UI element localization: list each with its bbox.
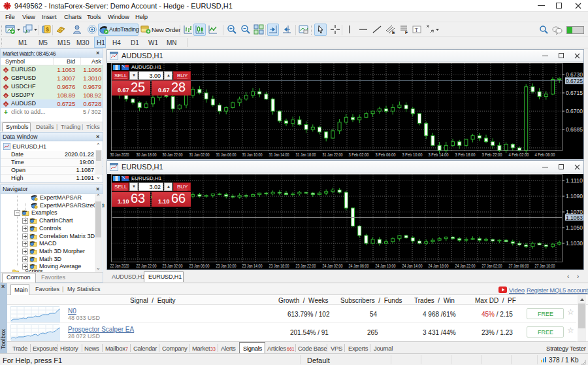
svg-text:30 Jan 18:00: 30 Jan 18:00 [137, 152, 157, 158]
svg-text:3 Feb 02:00: 3 Feb 02:00 [349, 152, 369, 158]
svg-text:1.1110: 1.1110 [566, 177, 583, 184]
svg-text:24 Jan 18:00: 24 Jan 18:00 [429, 263, 449, 269]
svg-text:3 Feb 22:00: 3 Feb 22:00 [482, 152, 502, 158]
svg-text:E: E [392, 30, 395, 35]
svg-text:24 Jan 06:00: 24 Jan 06:00 [349, 263, 369, 269]
svg-text:23 Jan 22:00: 23 Jan 22:00 [296, 263, 316, 269]
svg-text:22 Jan 22:00: 22 Jan 22:00 [137, 263, 157, 269]
svg-text:31 Jan 14:00: 31 Jan 14:00 [269, 152, 289, 158]
svg-text:23 Jan 10:00: 23 Jan 10:00 [216, 263, 237, 269]
svg-text:0.6700: 0.6700 [566, 108, 583, 114]
svg-text:0.6715: 0.6715 [566, 90, 583, 96]
svg-text:F: F [405, 30, 408, 35]
svg-text:31 Jan 10:00: 31 Jan 10:00 [242, 152, 263, 158]
svg-text:23 Jan 02:00: 23 Jan 02:00 [163, 263, 183, 269]
svg-text:3 Feb 14:00: 3 Feb 14:00 [429, 152, 449, 158]
svg-text:31 Jan 02:00: 31 Jan 02:00 [189, 152, 210, 158]
svg-text:24 Jan 22:00: 24 Jan 22:00 [455, 263, 476, 269]
svg-text:3 Feb 10:00: 3 Feb 10:00 [402, 152, 423, 158]
svg-text:22 Jan 2020: 22 Jan 2020 [110, 263, 129, 269]
svg-text:30 Jan 22:00: 30 Jan 22:00 [163, 152, 183, 158]
svg-text:23 Jan 14:00: 23 Jan 14:00 [242, 263, 263, 269]
svg-text:4 Feb 06:00: 4 Feb 06:00 [535, 152, 555, 158]
svg-text:0.6730: 0.6730 [566, 71, 583, 78]
svg-text:T: T [415, 27, 418, 33]
svg-text:24 Jan 02:00: 24 Jan 02:00 [323, 263, 343, 269]
svg-text:31 Jan 18:00: 31 Jan 18:00 [296, 152, 316, 158]
svg-text:$: $ [46, 26, 49, 33]
svg-text:27 Jan 06:00: 27 Jan 06:00 [509, 263, 529, 269]
svg-text:24 Jan 14:00: 24 Jan 14:00 [402, 263, 423, 269]
svg-text:4 Feb 02:00: 4 Feb 02:00 [509, 152, 529, 158]
svg-text:0.6685: 0.6685 [566, 126, 583, 133]
svg-text:31 Jan 22:00: 31 Jan 22:00 [323, 152, 343, 158]
svg-text:0.6725: 0.6725 [566, 78, 583, 84]
svg-text:1.1030: 1.1030 [566, 240, 583, 247]
svg-text:23 Jan 06:00: 23 Jan 06:00 [189, 263, 210, 269]
svg-text:3 Feb 18:00: 3 Feb 18:00 [455, 152, 476, 158]
svg-text:3 Feb 06:00: 3 Feb 06:00 [376, 152, 396, 158]
svg-text:1.1050: 1.1050 [566, 224, 583, 231]
svg-text:24 Jan 10:00: 24 Jan 10:00 [376, 263, 396, 269]
svg-text:27 Jan 10:00: 27 Jan 10:00 [535, 263, 555, 269]
svg-text:30 Jan 2020: 30 Jan 2020 [110, 152, 129, 158]
svg-text:23 Jan 18:00: 23 Jan 18:00 [269, 263, 289, 269]
svg-text:31 Jan 06:00: 31 Jan 06:00 [216, 152, 237, 158]
svg-text:27 Jan 02:00: 27 Jan 02:00 [482, 263, 502, 269]
svg-text:1.1090: 1.1090 [566, 193, 583, 200]
svg-text:1.1063: 1.1063 [566, 215, 583, 221]
